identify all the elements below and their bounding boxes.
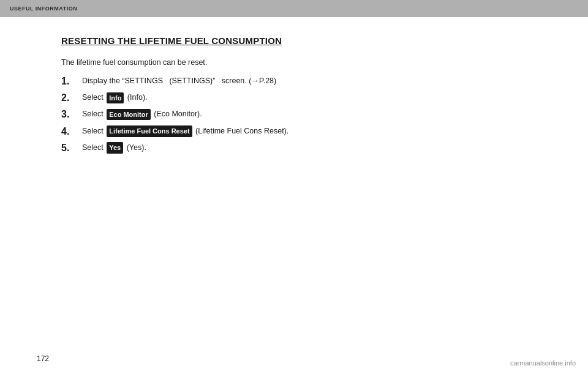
step-4-number: 4. [61, 125, 80, 137]
step-3-number: 3. [61, 108, 80, 120]
step-2-text: Select Info (Info). [82, 92, 539, 103]
step-4: 4. Select Lifetime Fuel Cons Reset (Life… [61, 125, 539, 137]
eco-monitor-badge: Eco Monitor [107, 109, 151, 121]
step-2: 2. Select Info (Info). [61, 92, 539, 103]
yes-badge: Yes [107, 142, 123, 154]
step-4-text: Select Lifetime Fuel Cons Reset (Lifetim… [82, 125, 539, 137]
info-badge: Info [107, 92, 124, 104]
step-2-number: 2. [61, 92, 80, 103]
step-5-number: 5. [61, 142, 80, 154]
steps-list: 1. Display the “SETTINGS (SETTINGS)” scr… [61, 75, 539, 154]
watermark: carmanualsonline.info [510, 359, 576, 367]
step-5-text: Select Yes (Yes). [82, 142, 539, 154]
step-3: 3. Select Eco Monitor (Eco Monitor). [61, 108, 539, 120]
header-label: USEFUL INFORMATION [10, 6, 77, 12]
page-content: RESETTING THE LIFETIME FUEL CONSUMPTION … [0, 17, 588, 177]
section-title: RESETTING THE LIFETIME FUEL CONSUMPTION [61, 36, 539, 46]
step-1: 1. Display the “SETTINGS (SETTINGS)” scr… [61, 75, 539, 87]
page-number: 172 [37, 354, 49, 363]
intro-text: The lifetime fuel consumption can be res… [61, 58, 539, 67]
step-5: 5. Select Yes (Yes). [61, 142, 539, 154]
step-1-number: 1. [61, 75, 80, 87]
step-1-text: Display the “SETTINGS (SETTINGS)” screen… [82, 75, 539, 87]
step-3-text: Select Eco Monitor (Eco Monitor). [82, 108, 539, 120]
lifetime-fuel-cons-reset-badge: Lifetime Fuel Cons Reset [107, 125, 192, 137]
header-bar: USEFUL INFORMATION [0, 0, 588, 17]
